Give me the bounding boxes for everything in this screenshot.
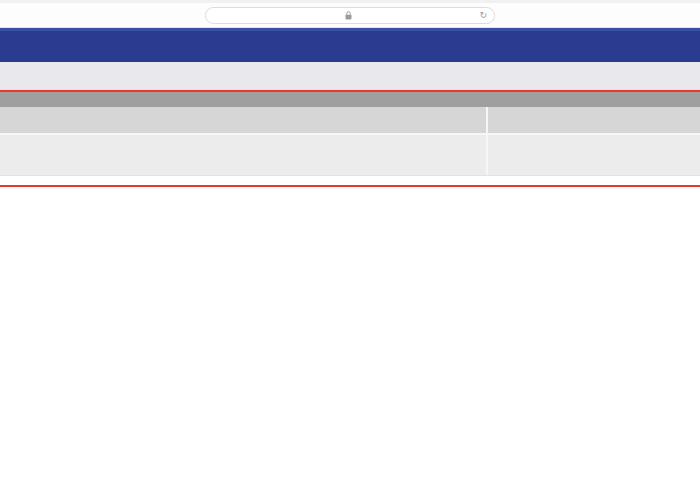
page: ↻ — [0, 0, 700, 500]
browser-toolbar: ↻ — [0, 0, 700, 28]
expanded-entry-row — [0, 135, 700, 157]
partially-hidden-row[interactable] — [0, 176, 700, 185]
expanded-bottom-border — [0, 185, 700, 187]
address-bar[interactable]: ↻ — [205, 7, 495, 24]
app-header — [0, 28, 700, 62]
reload-icon[interactable]: ↻ — [479, 10, 487, 20]
table-header-row — [0, 62, 700, 90]
expanded-entry-row — [0, 157, 700, 176]
in-out-table — [0, 62, 700, 187]
lock-icon — [345, 11, 352, 20]
expanded-row-subtitle — [0, 92, 700, 107]
expanded-panel-header — [0, 107, 700, 135]
